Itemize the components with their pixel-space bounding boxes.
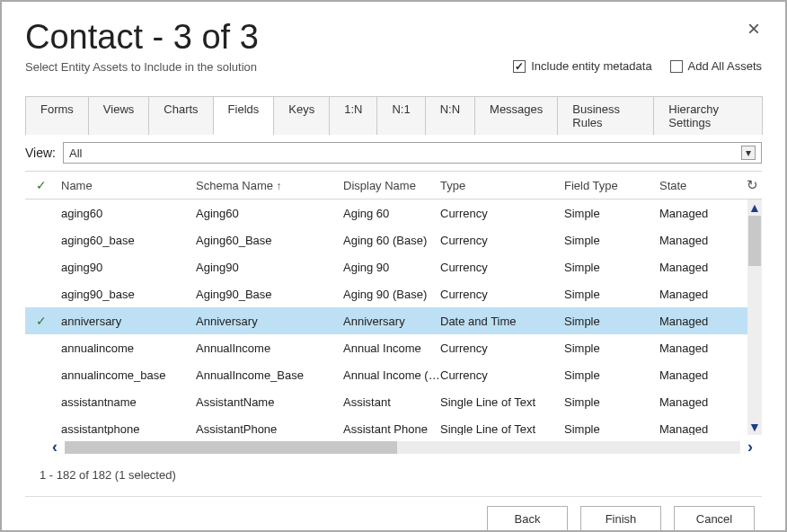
chevron-down-icon: ▾: [741, 146, 756, 160]
cell-schema: Anniversary: [196, 315, 343, 328]
tab-messages[interactable]: Messages: [474, 96, 558, 135]
view-select[interactable]: All ▾: [63, 142, 762, 164]
horizontal-scrollbar[interactable]: ‹ ›: [25, 435, 762, 459]
col-name[interactable]: Name: [57, 179, 196, 192]
include-metadata-checkbox[interactable]: Include entity metadata: [513, 59, 651, 73]
cell-display: Assistant: [343, 395, 440, 409]
cell-type: Currency: [440, 368, 564, 382]
view-value: All: [69, 146, 82, 160]
table-row[interactable]: annualincomeAnnualIncomeAnnual IncomeCur…: [25, 334, 762, 361]
select-all-checkbox[interactable]: ✓: [25, 178, 57, 192]
view-label: View:: [25, 146, 56, 160]
table-row[interactable]: aging90_baseAging90_BaseAging 90 (Base)C…: [25, 280, 762, 307]
tab-n-1[interactable]: N:1: [376, 96, 425, 135]
dialog: × Contact - 3 of 3 Select Entity Assets …: [2, 2, 785, 530]
cell-schema: Aging60_Base: [196, 234, 343, 247]
tab-fields[interactable]: Fields: [213, 96, 275, 135]
cell-state: Managed: [659, 368, 737, 382]
cancel-button[interactable]: Cancel: [674, 506, 755, 532]
vertical-scrollbar[interactable]: ▲ ▼: [747, 200, 762, 435]
cell-display: Aging 60: [343, 207, 440, 220]
tab-keys[interactable]: Keys: [273, 96, 330, 135]
cell-type: Currency: [440, 341, 564, 355]
options-row: Include entity metadata Add All Assets: [513, 18, 762, 73]
tab-bar: FormsViewsChartsFieldsKeys1:NN:1N:NMessa…: [25, 95, 762, 135]
scroll-up-icon[interactable]: ▲: [748, 200, 761, 216]
cell-field-type: Simple: [564, 261, 659, 274]
cell-schema: AssistantName: [196, 395, 343, 409]
cell-name: annualincome: [57, 341, 196, 355]
cell-schema: Aging90: [196, 261, 343, 274]
checkbox-icon: [670, 60, 683, 73]
cell-field-type: Simple: [564, 422, 659, 436]
scroll-left-icon[interactable]: ‹: [52, 438, 57, 457]
cell-field-type: Simple: [564, 315, 659, 328]
cell-schema: AnnualIncome_Base: [196, 368, 343, 382]
cell-display: Aging 60 (Base): [343, 234, 440, 247]
cell-state: Managed: [659, 207, 737, 220]
hscroll-track[interactable]: [65, 441, 740, 454]
row-checkmark-icon[interactable]: ✓: [25, 314, 57, 328]
cell-display: Annual Income: [343, 341, 440, 355]
add-all-assets-label: Add All Assets: [688, 59, 762, 73]
cell-schema: AssistantPhone: [196, 422, 343, 436]
cell-display: Aging 90: [343, 261, 440, 274]
cell-name: anniversary: [57, 315, 196, 328]
table: ✓ Name Schema Name Display Name Type Fie…: [25, 171, 762, 491]
table-row[interactable]: assistantnameAssistantNameAssistantSingl…: [25, 388, 762, 415]
cell-schema: Aging60: [196, 207, 343, 220]
table-row[interactable]: ✓anniversaryAnniversaryAnniversaryDate a…: [25, 307, 762, 334]
cell-display: Anniversary: [343, 315, 440, 328]
finish-button[interactable]: Finish: [580, 506, 661, 532]
refresh-icon[interactable]: ↻: [737, 177, 762, 193]
scrollbar-thumb[interactable]: [748, 216, 761, 266]
hscroll-thumb[interactable]: [65, 441, 397, 454]
cell-display: Annual Income (…: [343, 368, 440, 382]
cell-schema: Aging90_Base: [196, 288, 343, 301]
cell-schema: AnnualIncome: [196, 341, 343, 355]
cell-type: Single Line of Text: [440, 422, 564, 436]
cell-state: Managed: [659, 341, 737, 355]
col-display-name[interactable]: Display Name: [343, 179, 440, 192]
cell-name: assistantphone: [57, 422, 196, 436]
tab-forms[interactable]: Forms: [25, 96, 89, 135]
button-row: Back Finish Cancel: [25, 496, 762, 532]
header-row: Contact - 3 of 3 Select Entity Assets to…: [25, 18, 762, 90]
back-button[interactable]: Back: [487, 506, 568, 532]
tab-views[interactable]: Views: [88, 96, 149, 135]
tab-1-n[interactable]: 1:N: [329, 96, 377, 135]
cell-display: Aging 90 (Base): [343, 288, 440, 301]
table-row[interactable]: aging60Aging60Aging 60CurrencySimpleMana…: [25, 200, 762, 226]
table-header: ✓ Name Schema Name Display Name Type Fie…: [25, 172, 762, 200]
cell-type: Currency: [440, 234, 564, 247]
cell-state: Managed: [659, 315, 737, 328]
table-row[interactable]: aging60_baseAging60_BaseAging 60 (Base)C…: [25, 226, 762, 253]
status-text: 1 - 182 of 182 (1 selected): [25, 459, 762, 491]
cell-type: Date and Time: [440, 315, 564, 328]
table-row[interactable]: assistantphoneAssistantPhoneAssistant Ph…: [25, 415, 762, 435]
col-field-type[interactable]: Field Type: [564, 179, 659, 192]
table-row[interactable]: annualincome_baseAnnualIncome_BaseAnnual…: [25, 361, 762, 388]
tab-charts[interactable]: Charts: [148, 96, 213, 135]
col-type[interactable]: Type: [440, 179, 564, 192]
tab-business-rules[interactable]: Business Rules: [557, 96, 654, 135]
cell-name: aging90_base: [57, 288, 196, 301]
checkbox-icon: [513, 60, 526, 73]
close-icon[interactable]: ×: [747, 18, 760, 40]
cell-state: Managed: [659, 261, 737, 274]
cell-state: Managed: [659, 422, 737, 436]
col-schema-name[interactable]: Schema Name: [196, 179, 343, 192]
table-row[interactable]: aging90Aging90Aging 90CurrencySimpleMana…: [25, 253, 762, 280]
view-row: View: All ▾: [25, 135, 762, 171]
cell-field-type: Simple: [564, 395, 659, 409]
scroll-down-icon[interactable]: ▼: [748, 419, 761, 435]
tab-n-n[interactable]: N:N: [425, 96, 475, 135]
col-state[interactable]: State: [659, 179, 737, 192]
cell-name: annualincome_base: [57, 368, 196, 382]
add-all-assets-checkbox[interactable]: Add All Assets: [670, 59, 762, 73]
cell-type: Currency: [440, 207, 564, 220]
scroll-right-icon[interactable]: ›: [747, 438, 753, 457]
cell-field-type: Simple: [564, 341, 659, 355]
cell-name: aging90: [57, 261, 196, 274]
tab-hierarchy-settings[interactable]: Hierarchy Settings: [653, 96, 763, 135]
